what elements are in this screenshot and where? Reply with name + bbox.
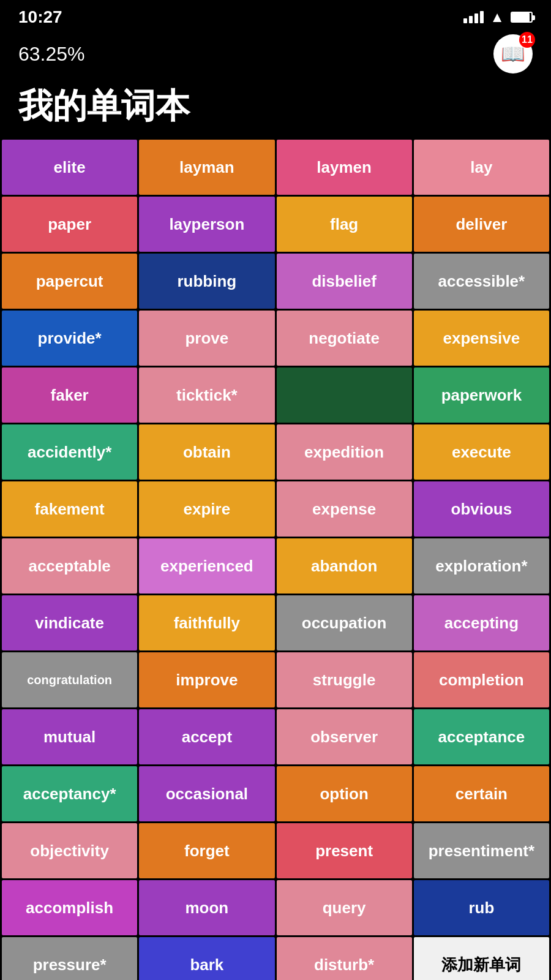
word-cell[interactable]: ticktick* <box>139 368 274 423</box>
word-cell[interactable]: pressure* <box>2 937 137 980</box>
word-cell[interactable]: accept <box>139 709 274 764</box>
word-cell[interactable]: paperwork <box>414 368 549 423</box>
header: 63.25% 📖 11 <box>0 31 551 80</box>
word-cell[interactable]: presentiment* <box>414 823 549 878</box>
word-cell[interactable]: accomplish <box>2 880 137 935</box>
word-cell[interactable]: papercut <box>2 254 137 309</box>
word-cell[interactable]: obvious <box>414 481 549 537</box>
word-cell[interactable]: certain <box>414 766 549 821</box>
battery-icon <box>511 12 533 23</box>
word-cell[interactable]: faker <box>2 368 137 423</box>
word-cell[interactable]: prove <box>139 311 274 366</box>
word-cell[interactable]: abandon <box>277 538 412 594</box>
word-cell[interactable]: obtain <box>139 424 274 480</box>
notification-badge: 11 <box>519 32 535 48</box>
time-display: 10:27 <box>18 7 62 27</box>
word-cell[interactable]: negotiate <box>277 311 412 366</box>
word-cell[interactable]: provide* <box>2 311 137 366</box>
word-cell[interactable]: improve <box>139 652 274 707</box>
word-cell[interactable]: query <box>277 880 412 935</box>
word-cell[interactable] <box>277 368 412 423</box>
word-cell[interactable]: occasional <box>139 766 274 821</box>
word-cell[interactable]: rub <box>414 880 549 935</box>
word-cell[interactable]: 添加新单词 <box>414 937 549 980</box>
word-cell[interactable]: faithfully <box>139 595 274 650</box>
word-cell[interactable]: accidently* <box>2 424 137 480</box>
word-cell[interactable]: moon <box>139 880 274 935</box>
word-cell[interactable]: accessible* <box>414 254 549 309</box>
word-cell[interactable]: observer <box>277 709 412 764</box>
word-cell[interactable]: vindicate <box>2 595 137 650</box>
word-cell[interactable]: acceptance <box>414 709 549 764</box>
word-cell[interactable]: fakement <box>2 481 137 537</box>
word-cell[interactable]: laymen <box>277 140 412 195</box>
word-cell[interactable]: expire <box>139 481 274 537</box>
book-icon-button[interactable]: 📖 11 <box>493 34 533 74</box>
word-cell[interactable]: acceptable <box>2 538 137 594</box>
word-cell[interactable]: experienced <box>139 538 274 594</box>
word-cell[interactable]: lay <box>414 140 549 195</box>
status-icons: ▲ <box>463 9 533 26</box>
word-cell[interactable]: mutual <box>2 709 137 764</box>
word-cell[interactable]: disturb* <box>277 937 412 980</box>
word-cell[interactable]: completion <box>414 652 549 707</box>
word-cell[interactable]: acceptancy* <box>2 766 137 821</box>
word-cell[interactable]: layperson <box>139 197 274 252</box>
word-cell[interactable]: rubbing <box>139 254 274 309</box>
word-cell[interactable]: option <box>277 766 412 821</box>
word-cell[interactable]: elite <box>2 140 137 195</box>
word-cell[interactable]: expense <box>277 481 412 537</box>
word-cell[interactable]: occupation <box>277 595 412 650</box>
page-title: 我的单词本 <box>0 80 551 140</box>
word-cell[interactable]: struggle <box>277 652 412 707</box>
signal-icon <box>463 11 484 23</box>
word-cell[interactable]: expedition <box>277 424 412 480</box>
word-cell[interactable]: expensive <box>414 311 549 366</box>
word-cell[interactable]: execute <box>414 424 549 480</box>
word-cell[interactable]: paper <box>2 197 137 252</box>
word-cell[interactable]: layman <box>139 140 274 195</box>
word-cell[interactable]: exploration* <box>414 538 549 594</box>
status-bar: 10:27 ▲ <box>0 0 551 31</box>
word-cell[interactable]: flag <box>277 197 412 252</box>
word-cell[interactable]: objectivity <box>2 823 137 878</box>
word-cell[interactable]: present <box>277 823 412 878</box>
word-cell[interactable]: accepting <box>414 595 549 650</box>
word-cell[interactable]: disbelief <box>277 254 412 309</box>
word-grid: elitelaymanlaymenlaypaperlaypersonflagde… <box>0 140 551 980</box>
wifi-icon: ▲ <box>490 9 504 26</box>
progress-percentage: 63.25% <box>18 43 85 66</box>
word-cell[interactable]: forget <box>139 823 274 878</box>
word-cell[interactable]: congratulation <box>2 652 137 707</box>
word-cell[interactable]: bark <box>139 937 274 980</box>
word-cell[interactable]: deliver <box>414 197 549 252</box>
